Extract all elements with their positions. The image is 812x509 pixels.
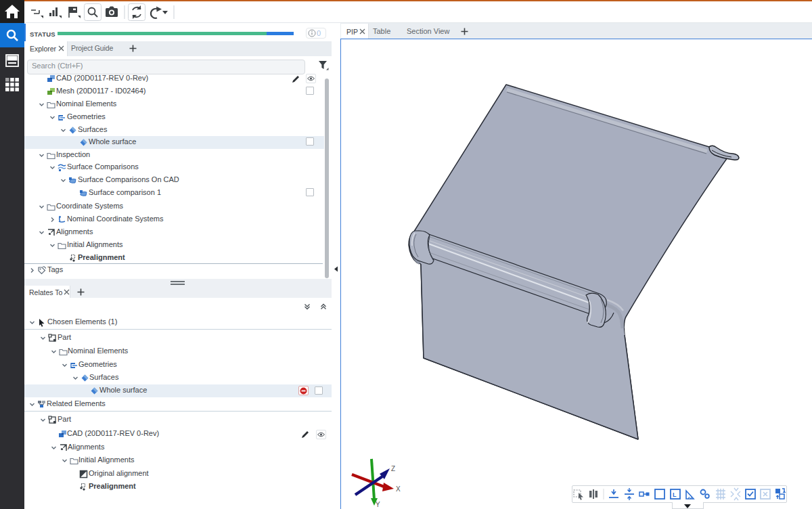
svg-text:Y: Y	[376, 501, 380, 508]
svg-text:X: X	[396, 485, 401, 493]
svg-text:Z: Z	[391, 465, 395, 472]
svg-text:L: L	[673, 491, 677, 498]
